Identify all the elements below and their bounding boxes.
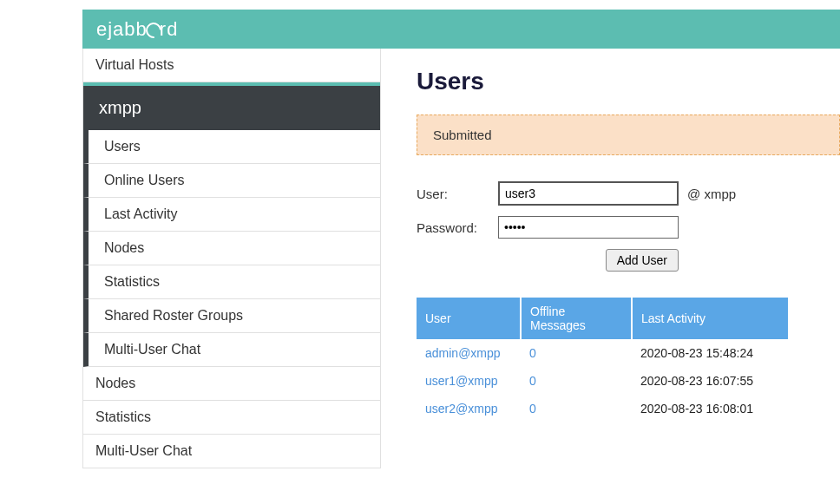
users-table: User Offline Messages Last Activity admi…: [417, 298, 788, 422]
sidebar-sub-last-activity[interactable]: Last Activity: [83, 198, 380, 232]
activity-cell: 2020-08-23 15:48:24: [632, 339, 788, 367]
offline-link[interactable]: 0: [529, 402, 536, 416]
sidebar-item-statistics[interactable]: Statistics: [83, 401, 380, 435]
add-user-form: User: @ xmpp Password: Add User: [417, 176, 745, 277]
offline-link[interactable]: 0: [529, 374, 536, 388]
password-label: Password:: [417, 211, 498, 244]
sidebar-sub-online-users[interactable]: Online Users: [83, 164, 380, 198]
sidebar-sub-statistics[interactable]: Statistics: [83, 265, 380, 299]
user-link[interactable]: user2@xmpp: [425, 402, 497, 416]
th-activity: Last Activity: [632, 298, 788, 339]
sidebar-item-nodes[interactable]: Nodes: [83, 367, 380, 401]
activity-cell: 2020-08-23 16:08:01: [632, 395, 788, 422]
offline-link[interactable]: 0: [529, 346, 536, 360]
password-input[interactable]: [498, 216, 679, 239]
activity-cell: 2020-08-23 16:07:55: [632, 367, 788, 395]
sidebar-host-active[interactable]: xmpp: [83, 86, 380, 130]
sidebar-item-muc[interactable]: Multi-User Chat: [83, 435, 380, 468]
sidebar-sub-shared-roster[interactable]: Shared Roster Groups: [83, 299, 380, 333]
header-bar: ejabbrd: [82, 10, 840, 49]
sidebar-sub-nodes[interactable]: Nodes: [83, 232, 380, 265]
sidebar: Virtual Hosts xmpp Users Online Users La…: [82, 49, 381, 468]
th-offline: Offline Messages: [521, 298, 632, 339]
table-row: user1@xmpp 0 2020-08-23 16:07:55: [417, 367, 788, 395]
sidebar-item-virtual-hosts[interactable]: Virtual Hosts: [83, 49, 380, 82]
sidebar-sub-muc[interactable]: Multi-User Chat: [83, 333, 380, 367]
table-row: admin@xmpp 0 2020-08-23 15:48:24: [417, 339, 788, 367]
user-link[interactable]: user1@xmpp: [425, 374, 497, 388]
flash-message: Submitted: [417, 115, 840, 155]
at-host-label: @ xmpp: [687, 176, 745, 211]
sidebar-sub-users[interactable]: Users: [83, 130, 380, 164]
table-row: user2@xmpp 0 2020-08-23 16:08:01: [417, 395, 788, 422]
brand-logo: ejabbrd: [96, 18, 178, 41]
page-title: Users: [417, 68, 840, 95]
user-label: User:: [417, 176, 498, 211]
th-user: User: [417, 298, 521, 339]
user-input[interactable]: [498, 181, 679, 206]
add-user-button[interactable]: Add User: [606, 249, 679, 272]
user-link[interactable]: admin@xmpp: [425, 346, 501, 360]
main-content: Users Submitted User: @ xmpp Password:: [417, 68, 840, 422]
